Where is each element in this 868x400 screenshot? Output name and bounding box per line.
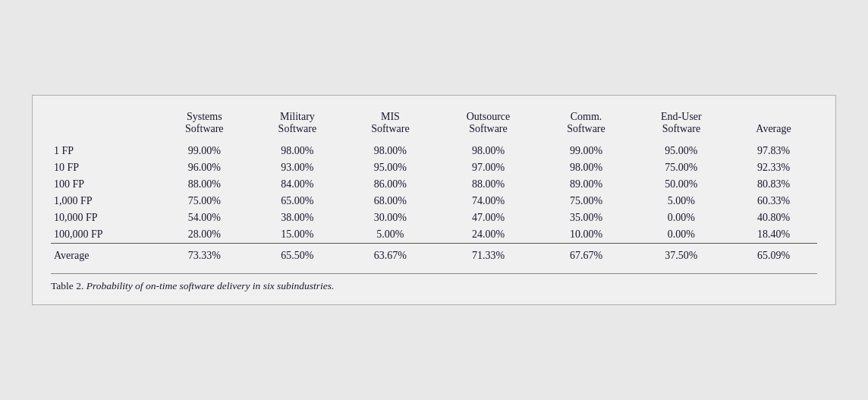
caption-text: Probability of on-time software delivery… (86, 280, 335, 291)
cell-value: 88.00% (437, 176, 539, 193)
cell-value: 74.00% (437, 193, 539, 209)
average-row-label: Average (51, 244, 158, 265)
cell-value: 35.00% (539, 209, 633, 226)
header-end-user-software: End-User Software (633, 109, 730, 143)
cell-value: 97.00% (437, 159, 539, 176)
cell-value: 40.80% (730, 209, 817, 226)
cell-value: 54.00% (158, 209, 251, 226)
cell-value: 93.00% (251, 159, 344, 176)
cell-value: 98.00% (539, 159, 633, 176)
cell-value: 86.00% (344, 176, 437, 193)
cell-value: 47.00% (437, 209, 539, 226)
cell-value: 18.40% (730, 226, 817, 244)
cell-value: 5.00% (633, 193, 730, 209)
cell-value: 0.00% (633, 226, 730, 244)
header-comm-software: Comm. Software (539, 109, 633, 143)
cell-value: 99.00% (539, 143, 633, 159)
cell-value: 28.00% (158, 226, 251, 244)
cell-value: 68.00% (344, 193, 437, 209)
cell-value: 10.00% (539, 226, 633, 244)
cell-value: 95.00% (633, 143, 730, 159)
cell-value: 24.00% (437, 226, 539, 244)
cell-value: 84.00% (251, 176, 344, 193)
data-table: Systems Software Military Software MIS S… (51, 109, 817, 264)
header-empty (51, 109, 158, 143)
cell-value: 88.00% (158, 176, 251, 193)
average-cell: 67.67% (539, 244, 633, 265)
cell-value: 95.00% (344, 159, 437, 176)
cell-value: 99.00% (158, 143, 251, 159)
cell-value: 38.00% (251, 209, 344, 226)
table-row: 1,000 FP75.00%65.00%68.00%74.00%75.00%5.… (51, 193, 817, 209)
cell-value: 75.00% (633, 159, 730, 176)
cell-value: 5.00% (344, 226, 437, 244)
average-row: Average73.33%65.50%63.67%71.33%67.67%37.… (51, 244, 817, 265)
cell-value: 60.33% (730, 193, 817, 209)
table-row: 100 FP88.00%84.00%86.00%88.00%89.00%50.0… (51, 176, 817, 193)
row-label: 10 FP (51, 159, 158, 176)
average-cell: 65.50% (251, 244, 344, 265)
header-row: Systems Software Military Software MIS S… (51, 109, 817, 143)
table-caption: Table 2. Probability of on-time software… (51, 273, 817, 292)
row-label: 1,000 FP (51, 193, 158, 209)
header-mis-software: MIS Software (344, 109, 437, 143)
header-military-software: Military Software (251, 109, 344, 143)
table-row: 1 FP99.00%98.00%98.00%98.00%99.00%95.00%… (51, 143, 817, 159)
header-systems-software: Systems Software (158, 109, 251, 143)
table-row: 10 FP96.00%93.00%95.00%97.00%98.00%75.00… (51, 159, 817, 176)
row-label: 1 FP (51, 143, 158, 159)
cell-value: 96.00% (158, 159, 251, 176)
average-cell: 73.33% (158, 244, 251, 265)
table-row: 10,000 FP54.00%38.00%30.00%47.00%35.00%0… (51, 209, 817, 226)
average-cell: 37.50% (633, 244, 730, 265)
average-cell: 65.09% (730, 244, 817, 265)
cell-value: 0.00% (633, 209, 730, 226)
caption-label: Table 2. (51, 280, 83, 291)
cell-value: 65.00% (251, 193, 344, 209)
cell-value: 89.00% (539, 176, 633, 193)
header-average: Average (730, 109, 817, 143)
row-label: 100,000 FP (51, 226, 158, 244)
table-container: Systems Software Military Software MIS S… (32, 95, 836, 305)
row-label: 10,000 FP (51, 209, 158, 226)
cell-value: 98.00% (437, 143, 539, 159)
cell-value: 30.00% (344, 209, 437, 226)
cell-value: 15.00% (251, 226, 344, 244)
cell-value: 98.00% (251, 143, 344, 159)
cell-value: 75.00% (539, 193, 633, 209)
table-row: 100,000 FP28.00%15.00%5.00%24.00%10.00%0… (51, 226, 817, 244)
cell-value: 75.00% (158, 193, 251, 209)
average-cell: 71.33% (437, 244, 539, 265)
average-cell: 63.67% (344, 244, 437, 265)
cell-value: 97.83% (730, 143, 817, 159)
cell-value: 50.00% (633, 176, 730, 193)
row-label: 100 FP (51, 176, 158, 193)
cell-value: 98.00% (344, 143, 437, 159)
header-outsource-software: Outsource Software (437, 109, 539, 143)
cell-value: 80.83% (730, 176, 817, 193)
cell-value: 92.33% (730, 159, 817, 176)
